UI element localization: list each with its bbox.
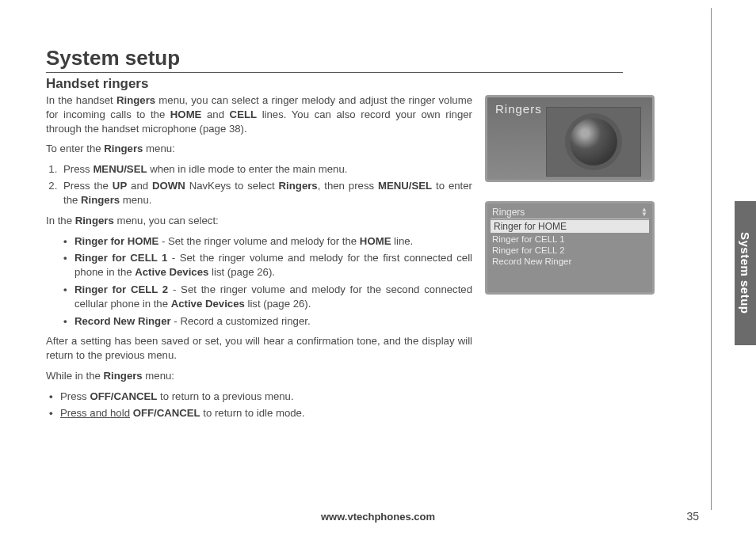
- inmenu-list: Ringer for HOME - Set the ringer volume …: [63, 234, 472, 329]
- screen2-header: Ringers ▲▼: [487, 203, 652, 219]
- page-title: System setup: [46, 46, 701, 70]
- footer-url: www.vtechphones.com: [0, 511, 756, 523]
- handset-screen-menu: Ringers ▲▼ Ringer for HOME Ringer for CE…: [485, 201, 655, 295]
- screen2-divider: [491, 219, 649, 219]
- list-item: Ringer for CELL 1 - Set the ringer volum…: [63, 251, 472, 280]
- handset-screen-graphic: Ringers: [485, 95, 655, 182]
- enter-lead: To enter the Ringers menu:: [46, 142, 472, 156]
- list-item: Press OFF/CANCEL to return to a previous…: [49, 390, 472, 404]
- menu-item: Ringer for CELL 1: [487, 234, 652, 245]
- menu-item: Record New Ringer: [487, 256, 652, 267]
- side-tab: System setup: [735, 201, 756, 345]
- menu-item: Ringer for CELL 2: [487, 245, 652, 256]
- enter-steps: Press MENU/SEL when in idle mode to ente…: [60, 162, 472, 207]
- page-number: 35: [686, 510, 699, 523]
- list-item: Ringer for CELL 2 - Set the ringer volum…: [63, 283, 472, 311]
- step-2: Press the UP and DOWN NavKeys to select …: [60, 179, 472, 207]
- title-rule: [46, 72, 623, 73]
- after-paragraph: After a setting has been saved or set, y…: [46, 334, 472, 363]
- menu-item-selected: Ringer for HOME: [491, 220, 649, 233]
- side-tab-label: System setup: [739, 232, 752, 314]
- step-1: Press MENU/SEL when in idle mode to ente…: [60, 162, 472, 177]
- while-lead: While in the Ringers menu:: [46, 369, 472, 383]
- list-item: Record New Ringer - Record a customized …: [63, 314, 472, 329]
- vertical-divider: [711, 8, 712, 510]
- body-text: In the handset Ringers menu, you can sel…: [46, 93, 472, 426]
- inmenu-lead: In the Ringers menu, you can select:: [46, 214, 472, 228]
- speaker-icon: [546, 107, 641, 177]
- updown-icon: ▲▼: [641, 207, 647, 217]
- list-item: Press and hold OFF/CANCEL to return to i…: [49, 406, 472, 420]
- screen2-header-label: Ringers: [492, 207, 525, 218]
- list-item: Ringer for HOME - Set the ringer volume …: [63, 234, 472, 249]
- figure-column: Ringers Ringers ▲▼ Ringer for HOME Ringe…: [485, 93, 662, 426]
- intro-paragraph: In the handset Ringers menu, you can sel…: [46, 93, 472, 135]
- while-list: Press OFF/CANCEL to return to a previous…: [49, 390, 472, 420]
- screen1-title: Ringers: [495, 102, 542, 116]
- section-subtitle: Handset ringers: [46, 76, 701, 92]
